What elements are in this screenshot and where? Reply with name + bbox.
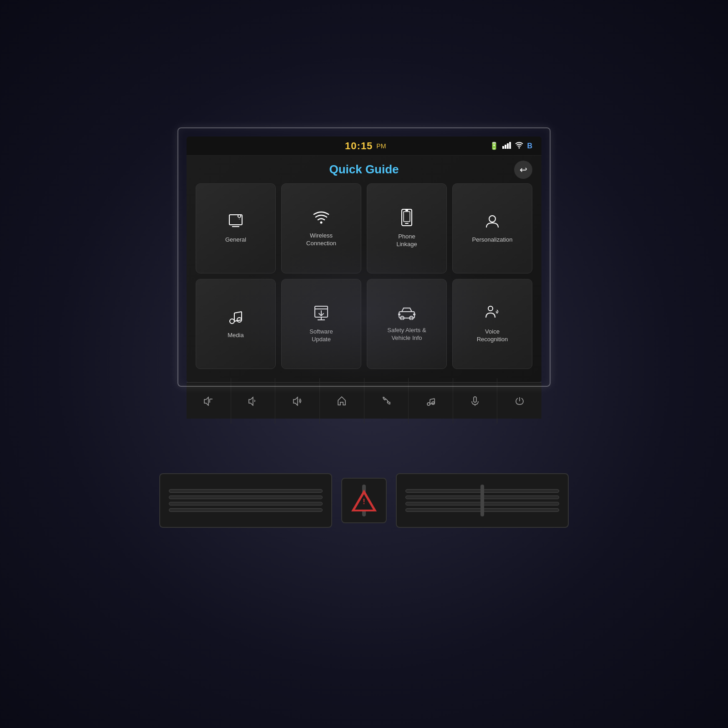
right-vent (396, 473, 569, 528)
menu-item-personalization[interactable]: Personalization (452, 183, 532, 273)
personalization-icon (484, 213, 500, 232)
vent-area: ! (159, 455, 569, 546)
svg-rect-2 (507, 143, 509, 149)
hardware-buttons-row (187, 382, 541, 419)
general-label: General (225, 236, 246, 244)
status-icons: 🔋 (490, 142, 532, 150)
vent-slat (169, 502, 323, 506)
menu-grid: General WirelessConnection (196, 183, 532, 369)
menu-item-safety-alerts[interactable]: Safety Alerts &Vehicle Info (367, 279, 447, 369)
svg-rect-5 (229, 215, 242, 225)
battery-icon: 🔋 (490, 142, 499, 150)
status-center: 10:15 PM (345, 140, 386, 152)
software-update-icon (313, 305, 329, 324)
menu-item-general[interactable]: General (196, 183, 276, 273)
vent-slat (169, 495, 323, 499)
back-button[interactable]: ↩ (514, 161, 532, 179)
svg-rect-3 (509, 142, 511, 149)
vent-slat (169, 508, 323, 512)
hazard-triangle-container: ! (351, 490, 377, 511)
status-bar: 10:15 PM 🔋 (187, 136, 541, 156)
screen-title: Quick Guide (329, 162, 399, 177)
personalization-label: Personalization (472, 236, 513, 244)
wireless-connection-icon (313, 210, 330, 228)
svg-point-34 (488, 306, 493, 311)
wifi-status-icon (515, 142, 523, 150)
screen-header: Quick Guide ↩ (196, 162, 532, 177)
media-label: Media (228, 332, 243, 339)
svg-point-4 (519, 147, 520, 149)
signal-icon (502, 142, 511, 150)
svg-rect-43 (474, 397, 476, 402)
svg-rect-0 (502, 146, 504, 149)
safety-alerts-label: Safety Alerts &Vehicle Info (387, 327, 426, 342)
left-vent (159, 473, 332, 528)
hazard-exclamation: ! (363, 498, 365, 506)
menu-item-wireless-connection[interactable]: WirelessConnection (281, 183, 361, 273)
software-update-label: SoftwareUpdate (309, 328, 333, 344)
menu-item-media[interactable]: Media (196, 279, 276, 369)
svg-line-23 (234, 312, 242, 313)
voice-recognition-label: VoiceRecognition (477, 328, 508, 344)
clock-display: 10:15 (345, 140, 373, 152)
infotainment-screen: 10:15 PM 🔋 (187, 136, 541, 382)
wireless-connection-label: WirelessConnection (306, 232, 336, 248)
general-icon (228, 213, 244, 232)
screen-content: Quick Guide ↩ (187, 156, 541, 382)
bluetooth-icon: B (527, 142, 532, 150)
svg-rect-32 (413, 313, 415, 315)
volume-up-button[interactable] (275, 378, 320, 424)
svg-rect-29 (399, 312, 415, 318)
voice-button[interactable] (453, 378, 498, 424)
car-console: 10:15 PM 🔋 (114, 91, 614, 637)
volume-down-button[interactable] (231, 378, 276, 424)
power-button[interactable] (497, 378, 541, 424)
home-button[interactable] (320, 378, 364, 424)
voice-recognition-icon (484, 305, 500, 324)
car-background: 10:15 PM 🔋 (0, 0, 728, 728)
svg-rect-14 (404, 212, 410, 222)
svg-point-17 (489, 216, 495, 222)
vent-vertical-slat (480, 485, 484, 516)
left-vent-slats (169, 485, 323, 516)
phone-button[interactable] (364, 378, 409, 424)
svg-point-37 (427, 403, 430, 405)
svg-rect-33 (398, 313, 400, 315)
svg-rect-16 (405, 209, 408, 211)
am-pm-display: PM (376, 142, 386, 150)
menu-item-voice-recognition[interactable]: VoiceRecognition (452, 279, 532, 369)
svg-line-20 (234, 320, 242, 321)
svg-rect-1 (505, 145, 506, 149)
vent-slat (169, 489, 323, 493)
phone-linkage-icon (400, 209, 414, 228)
svg-line-42 (430, 399, 435, 399)
menu-item-phone-linkage[interactable]: PhoneLinkage (367, 183, 447, 273)
safety-alerts-icon (397, 306, 416, 322)
svg-point-12 (320, 221, 323, 223)
right-vent-slats (405, 485, 559, 516)
mute-button[interactable] (187, 378, 231, 424)
media-button[interactable] (409, 378, 453, 424)
svg-point-18 (230, 319, 234, 324)
phone-linkage-label: PhoneLinkage (396, 233, 417, 248)
menu-item-software-update[interactable]: SoftwareUpdate (281, 279, 361, 369)
media-icon (228, 308, 244, 327)
